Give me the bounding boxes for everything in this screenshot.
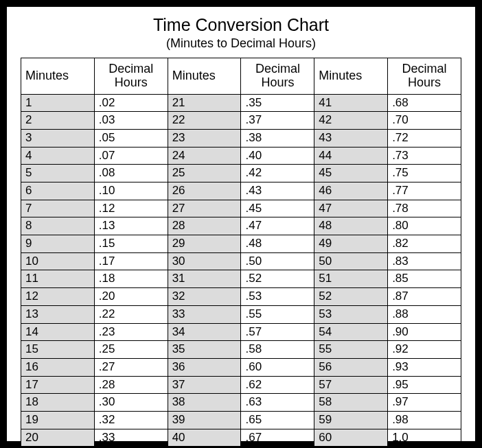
decimal-cell: .57	[241, 323, 314, 341]
decimal-cell: .10	[94, 182, 168, 200]
minutes-cell: 58	[314, 394, 388, 412]
decimal-cell: .28	[94, 376, 168, 394]
minutes-cell: 19	[21, 411, 95, 429]
decimal-cell: .02	[94, 94, 168, 112]
minutes-cell: 3	[21, 129, 95, 147]
decimal-cell: 1.0	[388, 429, 461, 447]
decimal-cell: .07	[94, 147, 168, 165]
decimal-cell: .32	[94, 411, 168, 429]
minutes-cell: 18	[21, 394, 95, 412]
decimal-cell: .92	[388, 341, 461, 359]
decimal-cell: .80	[388, 217, 461, 235]
minutes-cell: 7	[21, 200, 95, 217]
minutes-cell: 34	[168, 323, 241, 341]
table-row: 4.0724.4044.73	[21, 147, 461, 165]
minutes-cell: 59	[314, 411, 388, 429]
decimal-cell: .95	[388, 376, 461, 394]
minutes-cell: 28	[168, 217, 241, 235]
minutes-cell: 55	[314, 341, 388, 359]
decimal-cell: .62	[241, 376, 314, 394]
table-row: 9.1529.4849.82	[21, 235, 461, 253]
table-row: 15.2535.5855.92	[21, 341, 461, 359]
conversion-table: Minutes Decimal Hours Minutes Decimal Ho…	[21, 58, 461, 447]
decimal-cell: .48	[241, 235, 314, 253]
decimal-cell: .78	[388, 200, 461, 217]
minutes-cell: 6	[21, 182, 95, 200]
decimal-cell: .13	[94, 217, 168, 235]
table-row: 14.2334.5754.90	[21, 323, 461, 341]
minutes-cell: 25	[168, 165, 241, 182]
decimal-cell: .83	[388, 252, 461, 270]
decimal-cell: .42	[241, 165, 314, 182]
decimal-cell: .22	[94, 305, 168, 323]
chart-subtitle: (Minutes to Decimal Hours)	[21, 36, 461, 51]
minutes-cell: 32	[168, 288, 241, 306]
minutes-cell: 22	[168, 112, 241, 130]
minutes-cell: 39	[168, 411, 241, 429]
decimal-cell: .88	[388, 305, 461, 323]
table-row: 3.0523.3843.72	[21, 129, 461, 147]
decimal-cell: .87	[388, 288, 461, 306]
table-row: 18.3038.6358.97	[21, 394, 461, 412]
minutes-cell: 12	[21, 288, 95, 306]
table-row: 8.1328.4748.80	[21, 217, 461, 235]
decimal-cell: .75	[388, 165, 461, 182]
table-row: 7.1227.4547.78	[21, 200, 461, 217]
decimal-cell: .17	[94, 252, 168, 270]
decimal-cell: .63	[241, 394, 314, 412]
decimal-cell: .53	[241, 288, 314, 306]
decimal-cell: .97	[388, 394, 461, 412]
minutes-cell: 27	[168, 200, 241, 217]
minutes-cell: 13	[21, 305, 95, 323]
col-header-decimal-1: Decimal Hours	[94, 58, 168, 95]
decimal-cell: .40	[241, 147, 314, 165]
minutes-cell: 47	[314, 200, 388, 217]
decimal-cell: .15	[94, 235, 168, 253]
table-row: 20.3340.67601.0	[21, 429, 461, 447]
minutes-cell: 41	[314, 94, 388, 112]
decimal-cell: .52	[241, 270, 314, 288]
col-header-decimal-2: Decimal Hours	[241, 58, 314, 95]
decimal-cell: .93	[388, 358, 461, 376]
table-row: 13.2233.5553.88	[21, 305, 461, 323]
minutes-cell: 38	[168, 394, 241, 412]
minutes-cell: 33	[168, 305, 241, 323]
table-row: 1.0221.3541.68	[21, 94, 461, 112]
decimal-cell: .58	[241, 341, 314, 359]
decimal-cell: .82	[388, 235, 461, 253]
minutes-cell: 16	[21, 358, 95, 376]
decimal-cell: .98	[388, 411, 461, 429]
minutes-cell: 15	[21, 341, 95, 359]
minutes-cell: 5	[21, 165, 95, 182]
minutes-cell: 49	[314, 235, 388, 253]
table-row: 19.3239.6559.98	[21, 411, 461, 429]
decimal-cell: .73	[388, 147, 461, 165]
table-row: 16.2736.6056.93	[21, 358, 461, 376]
decimal-cell: .18	[94, 270, 168, 288]
minutes-cell: 14	[21, 323, 95, 341]
minutes-cell: 35	[168, 341, 241, 359]
decimal-cell: .25	[94, 341, 168, 359]
minutes-cell: 51	[314, 270, 388, 288]
minutes-cell: 57	[314, 376, 388, 394]
col-header-minutes-1: Minutes	[21, 58, 95, 95]
table-row: 5.0825.4245.75	[21, 165, 461, 182]
minutes-cell: 10	[21, 252, 95, 270]
minutes-cell: 40	[168, 429, 241, 447]
minutes-cell: 54	[314, 323, 388, 341]
table-row: 10.1730.5050.83	[21, 252, 461, 270]
decimal-cell: .35	[241, 94, 314, 112]
minutes-cell: 8	[21, 217, 95, 235]
table-header-row: Minutes Decimal Hours Minutes Decimal Ho…	[21, 58, 461, 95]
minutes-cell: 36	[168, 358, 241, 376]
decimal-cell: .37	[241, 112, 314, 130]
minutes-cell: 21	[168, 94, 241, 112]
table-row: 6.1026.4346.77	[21, 182, 461, 200]
decimal-cell: .65	[241, 411, 314, 429]
decimal-cell: .90	[388, 323, 461, 341]
decimal-cell: .85	[388, 270, 461, 288]
col-header-decimal-3: Decimal Hours	[388, 58, 461, 95]
minutes-cell: 29	[168, 235, 241, 253]
minutes-cell: 2	[21, 112, 95, 130]
minutes-cell: 37	[168, 376, 241, 394]
